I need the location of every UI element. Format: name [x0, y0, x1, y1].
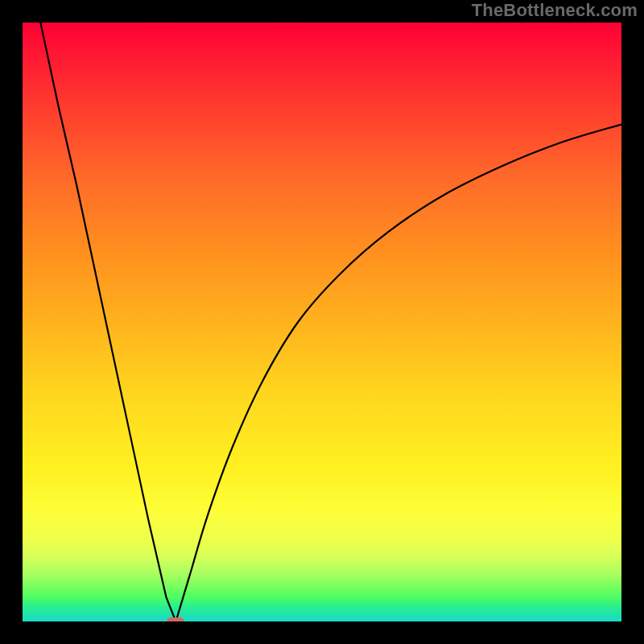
plot-area — [23, 23, 621, 621]
chart-frame: TheBottleneck.com — [0, 0, 644, 644]
curve-svg — [23, 23, 621, 621]
curve-right-branch — [175, 124, 621, 621]
watermark-text: TheBottleneck.com — [472, 0, 638, 21]
minimum-marker — [167, 617, 184, 622]
curve-left-branch — [40, 23, 175, 621]
